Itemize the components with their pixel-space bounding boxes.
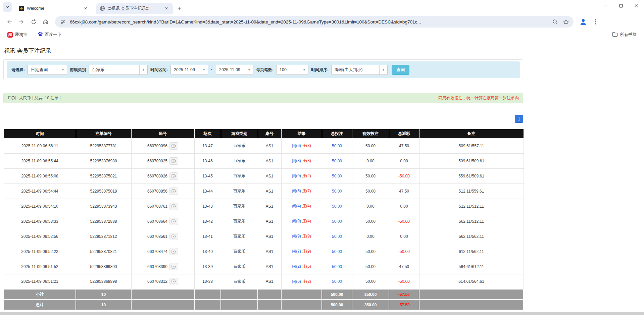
- total-row-cell: [131, 300, 194, 310]
- sort-select[interactable]: 降幂(由大到小) ▼: [331, 65, 388, 75]
- cell-time: 2025-11-09 06:55:44: [4, 153, 76, 168]
- home-button[interactable]: [40, 16, 51, 27]
- all-bookmarks-button[interactable]: 所有书签: [609, 31, 639, 39]
- site-info-icon[interactable]: [58, 17, 67, 26]
- date-end-select[interactable]: 2025-11-09 ▼: [216, 65, 253, 75]
- url-bar[interactable]: 66cxkj98.com/game/betrecord_search/kind3…: [55, 16, 574, 28]
- bookmark-taobao[interactable]: 淘 爱淘宝: [5, 31, 30, 39]
- cell-note: 562.11/562.11: [419, 229, 524, 244]
- subtotal-row-cell: [281, 289, 322, 300]
- url-text[interactable]: 66cxkj98.com/game/betrecord_search/kind3…: [70, 19, 549, 24]
- result-player: 闲(4): [292, 204, 301, 208]
- tab-search-button[interactable]: [3, 2, 12, 12]
- video-replay-button[interactable]: [169, 248, 178, 255]
- video-replay-button[interactable]: [169, 172, 178, 180]
- cell-total-bet: 50.00: [322, 138, 352, 153]
- total-bet-link[interactable]: 50.00: [332, 264, 342, 269]
- close-icon: [635, 4, 638, 8]
- per-page-select[interactable]: 100 ▼: [276, 65, 308, 75]
- total-row-cell: [281, 300, 322, 310]
- reload-icon: [31, 19, 37, 25]
- total-row: 总计10500.00350.00-57.50: [4, 300, 524, 310]
- cell-time: 2025-11-09 06:55:08: [4, 168, 76, 183]
- total-bet-link[interactable]: 50.00: [332, 234, 342, 239]
- cell-table-number: AS1: [258, 274, 281, 289]
- table-row: 2025-11-09 06:54:44522953875018660708856…: [4, 183, 524, 199]
- subtotal-row-cell: [221, 289, 258, 300]
- cell-valid-bet: 0.00: [352, 229, 389, 244]
- page-number-button[interactable]: 1: [515, 115, 523, 123]
- dropdown-arrow-icon[interactable]: ▼: [200, 65, 208, 74]
- maximize-button[interactable]: [613, 0, 629, 11]
- column-header: 注单编号: [76, 129, 131, 138]
- minimize-button[interactable]: [598, 0, 613, 11]
- cell-session: 13-38: [194, 274, 221, 289]
- round-id-text: 660708390: [147, 264, 167, 269]
- payout-value: 0.00: [400, 159, 408, 163]
- cell-payout: 47.50: [389, 259, 419, 274]
- close-window-button[interactable]: [629, 0, 644, 11]
- back-icon: [6, 19, 12, 25]
- cell-time: 2025-11-09 06:52:56: [4, 229, 76, 244]
- result-banker: 庄(6): [302, 264, 311, 269]
- total-bet-link[interactable]: 50.00: [332, 189, 342, 194]
- back-button[interactable]: [4, 16, 15, 27]
- cell-time: 2025-11-09 06:56:11: [4, 138, 76, 153]
- cell-payout: -50.00: [389, 168, 419, 183]
- game-category-select[interactable]: 百家乐 ▼: [89, 65, 148, 75]
- bookmarks-divider: [606, 32, 606, 38]
- tab-close-icon[interactable]: ✕: [163, 5, 169, 11]
- video-replay-button[interactable]: [169, 233, 178, 240]
- video-replay-button[interactable]: [169, 142, 178, 150]
- forward-button[interactable]: [16, 16, 27, 27]
- video-replay-icon: [171, 234, 176, 239]
- video-replay-button[interactable]: [169, 263, 178, 270]
- date-start-select[interactable]: 2025-11-09 ▼: [170, 65, 208, 75]
- tab-betrecord[interactable]: :::视讯 会员下注纪录::: ✕: [96, 3, 173, 14]
- total-bet-link[interactable]: 50.00: [332, 219, 342, 224]
- payout-value: 0.00: [400, 204, 408, 209]
- video-replay-button[interactable]: [169, 157, 178, 165]
- tab-close-icon[interactable]: ✕: [83, 5, 89, 11]
- dropdown-arrow-icon[interactable]: ▼: [139, 65, 147, 74]
- total-bet-link[interactable]: 50.00: [332, 144, 342, 148]
- total-bet-link[interactable]: 50.00: [332, 279, 342, 284]
- reload-button[interactable]: [28, 16, 39, 27]
- total-bet-link[interactable]: 50.00: [332, 249, 342, 254]
- total-bet-link[interactable]: 50.00: [332, 159, 342, 163]
- video-replay-button[interactable]: [169, 188, 178, 195]
- column-header: 总投注: [322, 129, 352, 138]
- video-replay-button[interactable]: [169, 203, 178, 210]
- result-player: 闲(8): [292, 158, 301, 163]
- bookmark-star-icon[interactable]: [561, 17, 570, 26]
- new-tab-button[interactable]: +: [175, 4, 184, 13]
- total-bet-link[interactable]: 50.00: [332, 174, 342, 178]
- total-row-cell: [221, 300, 258, 310]
- cell-note: 564.61/612.11: [419, 259, 524, 274]
- cell-payout: -50.00: [389, 244, 419, 259]
- cell-game-type: 百家乐: [221, 244, 258, 259]
- profile-avatar[interactable]: [578, 17, 588, 27]
- table-row: 2025-11-09 06:51:21522953868898660708312…: [4, 274, 524, 289]
- total-bet-link[interactable]: 50.00: [332, 204, 342, 209]
- dropdown-arrow-icon[interactable]: ▼: [59, 65, 67, 74]
- cell-bet-id: 522953877781: [76, 138, 131, 153]
- video-replay-button[interactable]: [169, 218, 178, 225]
- dropdown-arrow-icon[interactable]: ▼: [245, 65, 253, 74]
- round-id-text: 660708312: [147, 279, 167, 284]
- welcome-favicon: [19, 6, 24, 11]
- browser-menu-icon[interactable]: [591, 17, 600, 27]
- dropdown-arrow-icon[interactable]: ▼: [300, 65, 308, 74]
- tab-welcome[interactable]: Welcome ✕: [15, 3, 92, 14]
- cell-valid-bet: 50.00: [352, 183, 389, 199]
- pagination-top: 1: [3, 115, 523, 123]
- video-replay-icon: [171, 219, 176, 223]
- cell-valid-bet: 0.00: [352, 153, 389, 168]
- video-replay-button[interactable]: [169, 278, 178, 285]
- bookmark-baidu[interactable]: 百度一下: [35, 31, 64, 39]
- zoom-icon[interactable]: [551, 17, 559, 26]
- tab-strip: Welcome ✕ :::视讯 会员下注纪录::: ✕ +: [0, 0, 644, 14]
- dropdown-arrow-icon[interactable]: ▼: [379, 65, 387, 74]
- query-type-select[interactable]: 日期查询 ▼: [28, 65, 67, 75]
- search-button[interactable]: 查询: [392, 65, 409, 75]
